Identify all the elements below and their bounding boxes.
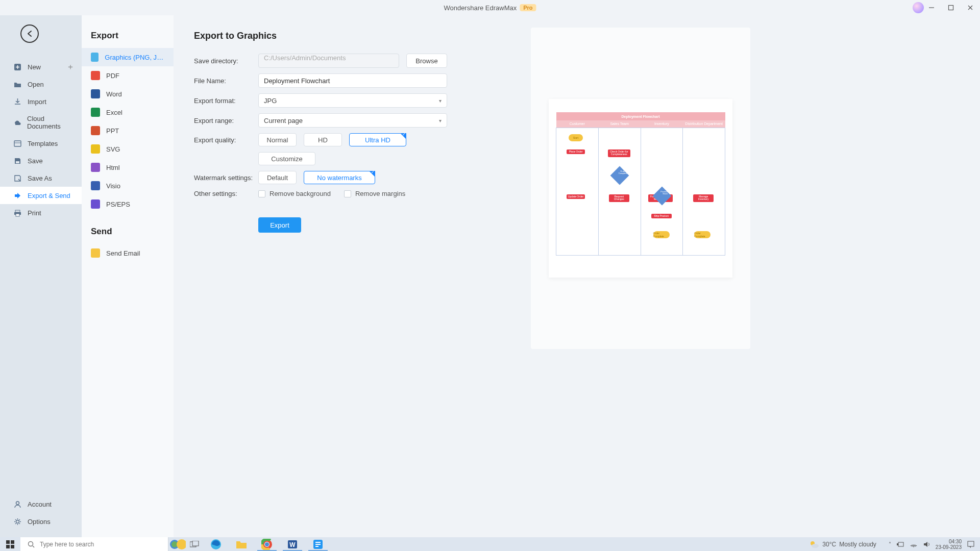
range-value: Current page <box>264 117 303 124</box>
templates-icon <box>13 139 21 147</box>
nav-save-as[interactable]: Save As <box>0 169 82 187</box>
nav-options[interactable]: Options <box>0 513 82 530</box>
fmt-label: PDF <box>106 72 119 80</box>
svg-point-23 <box>16 520 19 523</box>
svg-point-40 <box>265 542 269 546</box>
fmt-label: PS/EPS <box>106 201 130 208</box>
fmt-label: PPT <box>106 127 119 135</box>
ppt-icon <box>91 126 100 135</box>
fmt-visio[interactable]: Visio <box>82 177 174 195</box>
weather-widget[interactable]: 30°C Mostly cloudy <box>809 540 876 549</box>
fmt-svg[interactable]: SVG <box>82 140 174 158</box>
start-button[interactable] <box>0 537 20 551</box>
export-button[interactable]: Export <box>258 217 301 233</box>
edrawmax-app[interactable] <box>305 537 331 551</box>
preview-col: Customer <box>556 120 599 128</box>
label-other: Other settings: <box>194 190 258 197</box>
format-select[interactable]: JPG ▾ <box>258 93 447 108</box>
volume-icon[interactable] <box>923 541 930 548</box>
nav-export-send[interactable]: Export & Send <box>0 187 82 204</box>
label-range: Export range: <box>194 117 258 124</box>
range-select[interactable]: Current page ▾ <box>258 113 447 128</box>
fmt-label: Send Email <box>106 249 140 257</box>
fmt-label: Html <box>106 164 120 171</box>
svg-point-22 <box>16 502 19 505</box>
minimize-button[interactable] <box>924 0 939 15</box>
svg-rect-26 <box>6 545 10 548</box>
customize-button[interactable]: Customize <box>258 152 315 165</box>
nav-print[interactable]: Print <box>0 204 82 221</box>
svg-point-45 <box>812 544 819 548</box>
nav-import[interactable]: Import <box>0 93 82 110</box>
search-icon <box>28 541 35 548</box>
format-value: JPG <box>264 97 277 105</box>
browse-button[interactable]: Browse <box>406 54 447 68</box>
add-icon[interactable]: ＋ <box>66 62 75 72</box>
cortana-icon[interactable] <box>168 537 186 551</box>
nav-templates[interactable]: Templates <box>0 135 82 152</box>
fmt-graphics[interactable]: Graphics (PNG, JPG e... <box>82 48 174 66</box>
chevron-down-icon: ▾ <box>439 118 442 123</box>
fmt-pseps[interactable]: PS/EPS <box>82 195 174 213</box>
wifi-icon[interactable] <box>910 541 918 547</box>
cloud-icon <box>13 118 21 127</box>
fmt-pdf[interactable]: PDF <box>82 66 174 85</box>
clock[interactable]: 04:30 23-09-2023 <box>936 539 962 550</box>
svg-rect-21 <box>16 214 19 216</box>
fmt-excel[interactable]: Excel <box>82 103 174 121</box>
edge-app[interactable] <box>203 537 229 551</box>
nav-label: Save As <box>28 174 52 182</box>
content-area: Export to Graphics Save directory: C:/Us… <box>174 15 980 537</box>
quality-normal[interactable]: Normal <box>258 133 297 146</box>
fmt-ppt[interactable]: PPT <box>82 121 174 140</box>
label-file-name: File Name: <box>194 77 258 85</box>
nav-label: Options <box>28 518 51 525</box>
nav-open[interactable]: Open <box>0 76 82 93</box>
nav-label: Print <box>28 209 41 217</box>
fmt-word[interactable]: Word <box>82 85 174 103</box>
avatar[interactable] <box>913 2 924 13</box>
quality-hd[interactable]: HD <box>304 133 342 146</box>
svg-rect-46 <box>898 542 903 546</box>
remove-margins-checkbox[interactable]: Remove margins <box>344 190 405 197</box>
notification-icon[interactable] <box>967 540 975 548</box>
watermark-default[interactable]: Default <box>258 171 297 184</box>
fmt-label: Word <box>106 90 122 98</box>
quality-ultrahd[interactable]: Ultra HD <box>349 133 406 146</box>
preview-pane: Deployment Flowchart Customer Sales Team… <box>531 28 750 349</box>
preview-document: Deployment Flowchart Customer Sales Team… <box>549 99 732 278</box>
nav-save[interactable]: Save <box>0 152 82 169</box>
nav-new[interactable]: New ＋ <box>0 58 82 76</box>
fmt-label: Visio <box>106 182 120 190</box>
close-button[interactable] <box>963 0 978 15</box>
nav-account[interactable]: Account <box>0 495 82 513</box>
svg-rect-27 <box>11 545 14 548</box>
svg-icon <box>91 144 100 154</box>
word-app[interactable]: W <box>280 537 305 551</box>
task-view-icon[interactable] <box>186 537 203 551</box>
save-as-icon <box>13 174 21 182</box>
nav-cloud[interactable]: Cloud Documents <box>0 110 82 135</box>
chrome-app[interactable] <box>254 537 280 551</box>
file-name-input[interactable] <box>258 73 447 88</box>
maximize-button[interactable] <box>943 0 959 15</box>
sidebar-formats: Export Graphics (PNG, JPG e... PDF Word … <box>82 15 174 537</box>
battery-icon[interactable] <box>896 541 904 547</box>
fmt-html[interactable]: Html <box>82 158 174 177</box>
plus-square-icon <box>13 63 21 71</box>
folder-icon <box>13 80 21 88</box>
remove-bg-checkbox[interactable]: Remove background <box>258 190 331 197</box>
svg-line-29 <box>33 546 34 547</box>
tray-chevron-icon[interactable]: ˄ <box>889 541 891 547</box>
weather-temp: 30°C <box>822 541 836 548</box>
back-button[interactable] <box>20 24 39 43</box>
svg-rect-1 <box>949 6 953 10</box>
watermark-none[interactable]: No watermarks <box>304 171 375 184</box>
explorer-app[interactable] <box>229 537 254 551</box>
preview-col: Inventory <box>641 120 683 128</box>
weather-desc: Mostly cloudy <box>839 541 876 548</box>
save-dir-input[interactable]: C:/Users/Admin/Documents <box>258 54 399 68</box>
svg-rect-34 <box>192 541 199 546</box>
fmt-send-email[interactable]: Send Email <box>82 244 174 262</box>
taskbar-search[interactable]: Type here to search <box>20 537 168 551</box>
